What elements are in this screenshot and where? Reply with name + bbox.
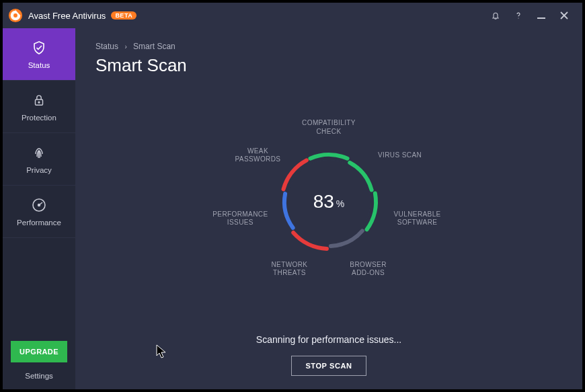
sidebar-nav: Status Protection [3,28,75,341]
upgrade-button[interactable]: UPGRADE [11,341,67,362]
scan-progress-gauge: 83% [275,148,383,256]
sidebar-item-label: Privacy [26,166,52,174]
chevron-right-icon: › [124,43,126,50]
shield-icon [30,39,48,56]
scan-category-compat: COMPATIBILITY CHECK [292,119,366,136]
scan-area: 83% COMPATIBILITY CHECKVIRUS SCANVULNERA… [75,109,582,389]
scan-percent: 83% [287,160,370,243]
scan-category-perf: PERFORMANCE ISSUES [203,210,277,227]
minimize-button[interactable] [530,5,553,26]
stop-scan-button[interactable]: STOP SCAN [291,356,366,376]
app-logo-icon [8,8,23,23]
sidebar-item-privacy[interactable]: Privacy [3,133,75,186]
sidebar-item-label: Status [28,61,50,69]
close-button[interactable] [553,5,576,26]
settings-link[interactable]: Settings [3,372,75,389]
sidebar-item-performance[interactable]: Performance [3,186,75,238]
scan-status-text: Scanning for performance issues... [75,334,582,345]
notifications-button[interactable] [484,5,507,26]
title-bar: Avast Free Antivirus BETA [3,3,582,28]
scan-category-addons: BROWSER ADD-ONS [332,260,405,277]
scan-category-vuln: VULNERABLE SOFTWARE [381,210,455,227]
svg-point-1 [13,13,17,17]
sidebar-item-status[interactable]: Status [3,28,75,81]
scan-category-weakpw: WEAK PASSWORDS [221,147,295,163]
sidebar-item-protection[interactable]: Protection [3,81,75,133]
app-title: Avast Free Antivirus [28,11,106,21]
svg-rect-3 [537,17,545,19]
main-content: Status › Smart Scan Smart Scan 83% COMPA… [75,28,582,389]
gauge-icon [30,196,48,214]
app-window: Avast Free Antivirus BETA [0,0,585,392]
breadcrumb-root[interactable]: Status [95,42,118,51]
lock-icon [30,91,48,109]
scan-category-virus: VIRUS SCAN [363,151,437,160]
svg-point-9 [38,204,40,206]
svg-point-7 [38,102,40,103]
sidebar-item-label: Performance [17,219,61,227]
svg-point-2 [518,17,518,18]
page-title: Smart Scan [95,55,562,76]
breadcrumb-current: Smart Scan [133,42,176,51]
breadcrumb: Status › Smart Scan [95,42,562,51]
fingerprint-icon [30,144,48,161]
scan-category-network: NETWORK THREATS [252,260,326,277]
beta-badge: BETA [111,11,136,19]
sidebar-item-label: Protection [22,114,56,122]
sidebar: Status Protection [3,28,75,389]
help-button[interactable] [507,5,530,26]
